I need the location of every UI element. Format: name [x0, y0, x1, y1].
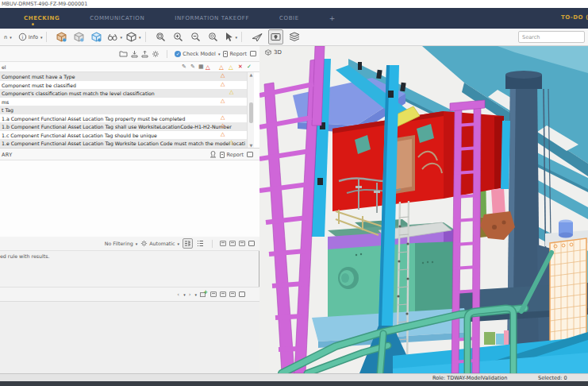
- next-result-button[interactable]: ›: [189, 291, 191, 298]
- fly-mode-button[interactable]: [250, 31, 264, 44]
- archive-icon[interactable]: [220, 241, 226, 246]
- summary-edit-button[interactable]: [209, 151, 217, 158]
- rule-row[interactable]: ms△: [0, 98, 247, 106]
- settings-button[interactable]: [152, 50, 159, 58]
- info-icon: i: [18, 33, 27, 41]
- toolbar-separator: [241, 32, 242, 42]
- scrollbar-thumb[interactable]: [249, 102, 253, 123]
- toolbar-separator: [212, 240, 213, 248]
- report-button[interactable]: Report: [223, 51, 247, 57]
- archive-icon[interactable]: [229, 241, 236, 246]
- rule-text: t Tag: [2, 107, 13, 113]
- zoom-extents-button[interactable]: [154, 30, 167, 44]
- zoom-window-icon: [208, 32, 218, 42]
- toolbar-separator: [145, 32, 146, 42]
- severity-orange-filter-icon[interactable]: △: [219, 64, 224, 71]
- export-button[interactable]: [141, 50, 148, 58]
- prev-result-button[interactable]: ‹: [177, 291, 179, 298]
- summary-report-button[interactable]: Report: [220, 152, 244, 158]
- show-selected-button[interactable]: [55, 30, 68, 44]
- severity-orange-icon: △: [221, 123, 225, 129]
- stamp-icon: [209, 151, 217, 158]
- tab-information-takeoff[interactable]: INFORMATION TAKEOFF: [175, 15, 249, 21]
- tab-communication[interactable]: COMMUNICATION: [90, 15, 144, 21]
- fly-icon: [252, 33, 263, 42]
- object-display-dropdown[interactable]: ▾: [126, 32, 141, 42]
- filtering-dropdown[interactable]: No Filtering ▾: [105, 241, 137, 246]
- zoom-out-icon: [190, 32, 201, 42]
- archive-icon[interactable]: [229, 291, 236, 297]
- chevron-down-icon[interactable]: ▾: [194, 292, 197, 297]
- select-tool-dropdown[interactable]: ▾: [224, 32, 238, 42]
- zoom-in-button[interactable]: [171, 30, 185, 44]
- severity-yellow-filter-icon[interactable]: △: [229, 64, 233, 71]
- map-view-button[interactable]: [268, 29, 283, 44]
- rule-row[interactable]: Component's classification must match th…: [0, 89, 247, 98]
- rule-row[interactable]: 1.a Component Functional Asset Location …: [0, 114, 247, 123]
- 3d-model-scene[interactable]: [259, 46, 588, 373]
- maximize-results-button[interactable]: [248, 241, 255, 246]
- zoom-extents-icon: [156, 32, 166, 42]
- rules-header-title: el: [2, 64, 6, 70]
- chevron-down-icon: ▾: [120, 35, 122, 40]
- svg-text:i: i: [21, 34, 23, 41]
- zoom-window-button[interactable]: [206, 30, 220, 44]
- taskbar-strip: [0, 381, 588, 386]
- pass-filter-icon[interactable]: ✓: [247, 64, 252, 70]
- severity-yellow-icon: △: [229, 90, 233, 95]
- zoom-out-button[interactable]: [189, 30, 202, 44]
- tab-cobie[interactable]: COBIE: [279, 15, 299, 21]
- rule-row[interactable]: 1.e Component Functional Asset Location …: [0, 139, 247, 148]
- rule-row[interactable]: Component must have a Type△: [0, 72, 247, 81]
- edit-icon[interactable]: ✎: [182, 64, 186, 70]
- visibility-options-dropdown[interactable]: ▾: [107, 33, 122, 42]
- check-model-button[interactable]: ✓ Check Model ▾: [175, 51, 220, 57]
- archive-icon[interactable]: [220, 291, 226, 297]
- chevron-down-icon[interactable]: ▾: [183, 292, 186, 297]
- maximize-panel-button[interactable]: [250, 51, 256, 56]
- view-filter-icon: [107, 33, 117, 42]
- view-toolbar: n▾ i Info▾ ▾ ▾: [0, 29, 588, 46]
- severity-red-filter-icon[interactable]: △: [206, 64, 210, 71]
- summary-title: ARY: [2, 152, 12, 158]
- grid-icon[interactable]: ▦: [198, 64, 204, 70]
- severity-orange-icon: △: [221, 132, 225, 137]
- import-button[interactable]: [131, 50, 138, 58]
- rule-row[interactable]: t Tag: [0, 106, 247, 114]
- fail-filter-icon[interactable]: ✕: [238, 64, 243, 70]
- layers-button[interactable]: [287, 30, 302, 44]
- statusbar: Role: TDWAY-ModelValidation Selected: 0: [0, 373, 588, 381]
- automatic-dropdown[interactable]: Automatic ▾: [140, 240, 179, 247]
- add-selection-button[interactable]: +: [200, 291, 207, 298]
- rule-text: 1.a Component Functional Asset Location …: [2, 116, 185, 122]
- scroll-up-icon[interactable]: ▲: [248, 72, 255, 77]
- rule-row[interactable]: 1.c Component Functional Asset Location …: [0, 131, 247, 140]
- document-title: MBUV-DRMST-490-FZ-M9-000001: [2, 1, 87, 7]
- open-folder-button[interactable]: [119, 50, 128, 57]
- show-all-button[interactable]: [90, 30, 103, 44]
- rule-row[interactable]: Component must be classified△: [0, 81, 247, 90]
- hide-selected-button[interactable]: [72, 30, 86, 44]
- chevron-down-icon: ▾: [10, 35, 12, 40]
- todo-badge[interactable]: TO-DO (0: [561, 14, 588, 21]
- rules-scrollbar[interactable]: ▲ ▼: [247, 72, 254, 148]
- info-dropdown[interactable]: i Info▾: [18, 33, 43, 41]
- add-tab-button[interactable]: +: [329, 14, 336, 22]
- archive-icon[interactable]: [239, 241, 245, 246]
- chevron-down-icon: ▾: [177, 241, 179, 246]
- list-view-button[interactable]: [196, 239, 205, 248]
- tree-view-button[interactable]: [183, 238, 193, 249]
- report-document-icon: [223, 51, 228, 57]
- rule-row[interactable]: 1.b Component Functional Asset Location …: [0, 122, 247, 131]
- search-input[interactable]: [518, 31, 585, 43]
- 3d-viewport[interactable]: 3D: [259, 46, 588, 373]
- note-icon[interactable]: ✎: [190, 64, 195, 70]
- archive-icon[interactable]: [210, 291, 217, 297]
- tab-checking[interactable]: CHECKING: [24, 15, 60, 21]
- checking-panel-toolbar: ✓ Check Model ▾ Report: [0, 46, 259, 62]
- results-nav-bar: ‹ ▾ › ▾ +: [0, 287, 259, 302]
- gear-icon: [152, 50, 159, 58]
- truncated-dropdown[interactable]: n▾: [4, 34, 12, 41]
- split-view-button[interactable]: [239, 291, 245, 297]
- maximize-summary-button[interactable]: [247, 152, 253, 157]
